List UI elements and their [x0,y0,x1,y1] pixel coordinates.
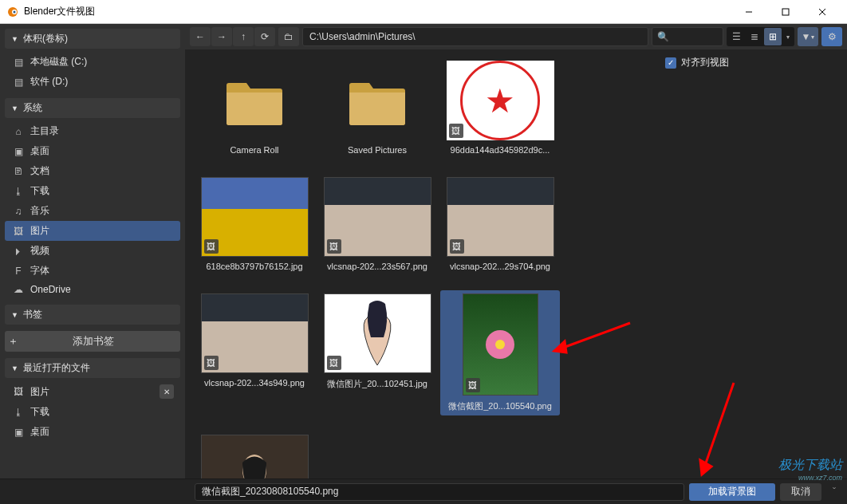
maximize-button[interactable] [767,0,804,24]
new-folder-button[interactable]: 🗀 [278,27,299,46]
system-item-7-label: 字体 [30,264,49,278]
load-background-button[interactable]: 加载背景图 [689,483,775,501]
system-item-5-label: 图片 [30,224,49,238]
align-to-view-option[interactable]: ✓ 对齐到视图 [665,56,837,69]
file-item[interactable]: 🖼618ce8b3797b76152.jpg [195,174,314,274]
system-item-2-icon: 🖹 [11,166,26,177]
volume-item-0[interactable]: ▤本地磁盘 (C:) [5,52,180,72]
view-detail-button[interactable]: ≣ [746,28,763,45]
chevron-down-icon: ▼ [11,364,18,372]
file-thumbnail [324,61,431,140]
system-item-0-icon: ⌂ [11,126,26,137]
file-label: Saved Pictures [348,145,407,155]
volumes-header[interactable]: ▼ 体积(卷标) [5,29,180,49]
bottom-bar: 加载背景图 取消 ˇ [0,478,847,504]
file-grid: Camera RollSaved Pictures★🖼96dda144ad345… [185,49,656,478]
view-list-button[interactable]: ☰ [727,28,745,45]
recent-item-2-icon: ▣ [11,427,26,438]
image-type-icon: 🖼 [449,124,463,138]
view-options-dropdown[interactable]: ▾ [782,28,794,45]
file-item[interactable]: 🖼vlcsnap-202...23s567.png [317,174,437,274]
recent-header[interactable]: ▼ 最近打开的文件 [5,358,180,378]
file-item[interactable]: 🖼vlcsnap-202...34s949.png [195,290,314,415]
checkbox-checked-icon: ✓ [665,57,676,69]
recent-item-1-icon: ⭳ [11,407,26,418]
svg-point-2 [14,10,16,13]
file-thumbnail: 🖼 [201,177,309,257]
image-type-icon: 🖼 [327,356,341,370]
system-item-0-label: 主目录 [30,124,59,138]
recent-item-2[interactable]: ▣桌面 [5,422,180,442]
file-thumbnail: 🖼 [324,177,431,257]
system-item-3[interactable]: ⭳下载 [5,181,180,201]
recent-item-0[interactable]: 🖼图片✕ [5,381,180,402]
path-input[interactable] [302,27,648,46]
nav-back-button[interactable]: ← [190,27,211,46]
file-label: vlcsnap-202...29s704.png [450,262,550,271]
window-title: Blender文件视图 [24,5,731,18]
filename-input[interactable] [195,483,684,501]
folder-item[interactable]: Saved Pictures [317,57,437,158]
system-item-7-icon: F [11,266,26,277]
volume-item-1[interactable]: ▤软件 (D:) [5,72,180,92]
recent-item-0-label: 图片 [30,385,49,399]
remove-recent-button[interactable]: ✕ [160,384,174,399]
system-item-6[interactable]: ⏵视频 [5,241,180,261]
add-bookmark-button[interactable]: ＋ 添加书签 [5,331,180,352]
system-item-6-label: 视频 [30,244,49,258]
recent-item-1-label: 下载 [30,405,49,419]
nav-up-button[interactable]: ↑ [233,27,254,46]
chevron-down-icon: ▼ [11,104,18,112]
system-item-3-label: 下载 [30,184,49,198]
file-thumbnail [201,61,309,140]
recent-item-0-icon: 🖼 [11,386,26,397]
align-to-view-label: 对齐到视图 [681,56,729,69]
file-label: 微信截图_20...105540.png [448,400,552,412]
file-label: 96dda144ad345982d9c... [451,145,550,155]
file-thumbnail: 🖼 [447,177,554,257]
file-item[interactable]: 🖼 [195,431,314,478]
minimize-button[interactable] [731,0,767,24]
svg-rect-4 [782,9,789,15]
system-item-1[interactable]: ▣桌面 [5,141,180,161]
system-item-4[interactable]: ♫音乐 [5,201,180,221]
volume-item-1-icon: ▤ [11,77,26,88]
volumes-header-label: 体积(卷标) [23,32,68,45]
recent-item-1[interactable]: ⭳下载 [5,402,180,422]
sidebar: ▼ 体积(卷标) ▤本地磁盘 (C:)▤软件 (D:) ▼ 系统 ⌂主目录▣桌面… [0,24,185,478]
bookmarks-header-label: 书签 [23,308,42,321]
search-input[interactable]: 🔍 [652,27,723,46]
system-item-0[interactable]: ⌂主目录 [5,121,180,141]
file-item[interactable]: 🖼微信截图_20...105540.png [440,290,560,415]
system-item-1-icon: ▣ [11,146,26,157]
system-item-2-label: 文档 [30,164,49,178]
volume-item-0-icon: ▤ [11,57,26,68]
nav-forward-button[interactable]: → [211,27,232,46]
settings-button[interactable]: ⚙ [821,27,842,46]
system-header[interactable]: ▼ 系统 [5,98,180,118]
toolbar: ← → ↑ ⟳ 🗀 🔍 ☰ ≣ ⊞ ▾ ▼▾ ⚙ [185,24,847,49]
cancel-button[interactable]: 取消 [780,483,821,501]
system-item-2[interactable]: 🖹文档 [5,161,180,181]
system-header-label: 系统 [23,101,42,115]
file-thumbnail: 🖼 [463,293,538,396]
filter-button[interactable]: ▼▾ [798,27,818,46]
system-item-8-icon: ☁ [11,284,26,295]
file-item[interactable]: 🖼微信图片_20...102451.jpg [317,290,437,415]
bookmarks-header[interactable]: ▼ 书签 [5,305,180,325]
system-item-7[interactable]: F字体 [5,261,180,281]
folder-item[interactable]: Camera Roll [195,57,314,158]
view-mode-group: ☰ ≣ ⊞ ▾ [727,27,794,46]
options-panel: ✓ 对齐到视图 [656,49,847,478]
nav-refresh-button[interactable]: ⟳ [254,27,275,46]
expand-options-button[interactable]: ˇ [826,484,842,500]
file-item[interactable]: 🖼vlcsnap-202...29s704.png [440,174,560,274]
image-type-icon: 🖼 [466,378,480,392]
file-thumbnail: 🖼 [201,293,309,373]
close-button[interactable] [804,0,841,24]
view-thumbnail-button[interactable]: ⊞ [764,28,782,45]
system-item-5[interactable]: 🖼图片 [5,221,180,241]
file-item[interactable]: ★🖼96dda144ad345982d9c... [440,57,560,158]
volume-item-0-label: 本地磁盘 (C:) [30,55,87,69]
system-item-8[interactable]: ☁OneDrive [5,281,180,298]
